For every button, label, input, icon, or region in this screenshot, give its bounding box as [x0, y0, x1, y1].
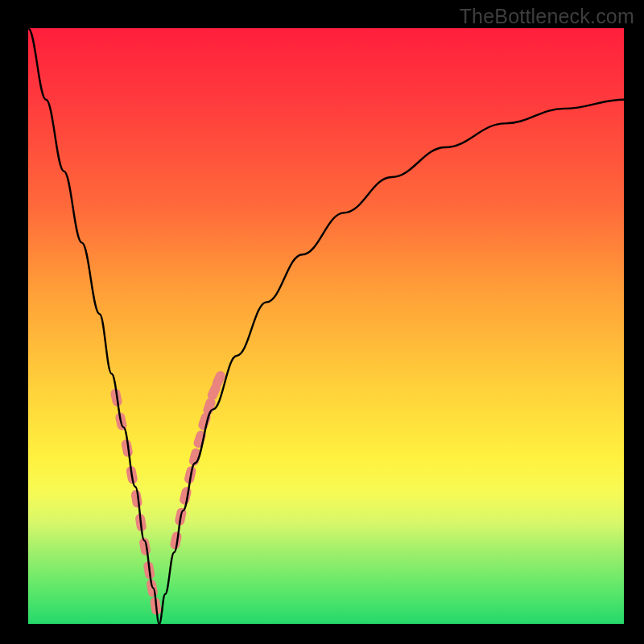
watermark-text: TheBottleneck.com [460, 5, 634, 28]
bottleneck-curve [28, 28, 624, 624]
outer-frame: TheBottleneck.com [0, 0, 644, 644]
plot-area [28, 28, 624, 624]
chart-svg [28, 28, 624, 624]
